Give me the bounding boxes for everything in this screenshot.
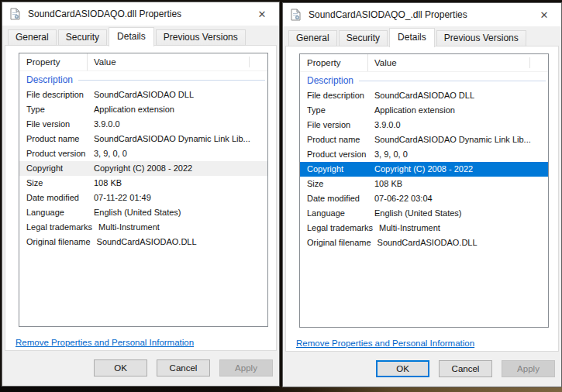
section-divider [78,80,265,81]
titlebar[interactable]: SoundCardASIODAQO.dll Properties ✕ [2,2,279,26]
property-name: Legal trademarks [300,221,373,236]
property-row[interactable]: Size108 KB [300,177,548,191]
property-value: Application extension [88,102,267,117]
section-header: Description [19,72,267,88]
properties-list: Property Value Description File descript… [19,53,268,327]
property-row[interactable]: Original filenameSoundCardASIODAO.DLL [19,235,267,249]
property-row[interactable]: Date modified07-11-22 01:49 [19,191,267,205]
property-value: Copyright (C) 2008 - 2022 [368,162,548,177]
property-value: SoundCardASIODAO.DLL [91,235,267,249]
close-icon: ✕ [540,10,549,20]
property-row[interactable]: CopyrightCopyright (C) 2008 - 2022 [19,161,267,176]
remove-properties-link[interactable]: Remove Properties and Personal Informati… [296,339,474,348]
close-button[interactable]: ✕ [527,3,561,26]
tab-bar: General Security Details Previous Versio… [283,26,561,46]
property-name: Type [300,103,368,118]
ok-button[interactable]: OK [94,359,147,377]
property-row[interactable]: Date modified07-06-22 03:04 [300,191,548,206]
property-name: File description [300,88,368,103]
property-row[interactable]: LanguageEnglish (United States) [19,205,267,220]
tab-bar: General Security Details Previous Versio… [2,26,279,46]
property-row[interactable]: TypeApplication extension [19,102,267,117]
property-row[interactable]: Size108 KB [19,176,267,191]
tab-previous-versions[interactable]: Previous Versions [156,29,246,46]
properties-dialog-left: SoundCardASIODAQO.dll Properties ✕ Gener… [2,2,280,387]
property-name: Product version [300,147,368,162]
property-row[interactable]: Legal trademarksMulti-Instrument [19,220,267,235]
property-row[interactable]: Product version3, 9, 0, 0 [19,146,267,161]
column-header-property[interactable]: Property [300,54,368,71]
property-name: Type [19,102,88,117]
property-row[interactable]: TypeApplication extension [300,103,548,118]
property-name: Size [300,177,368,191]
cancel-button[interactable]: Cancel [439,360,492,377]
property-value: English (United States) [88,205,267,220]
tab-details[interactable]: Details [389,28,435,47]
tab-security[interactable]: Security [339,30,388,46]
property-row[interactable]: File version3.9.0.0 [300,118,548,132]
property-value: 108 KB [88,176,267,191]
property-row[interactable]: CopyrightCopyright (C) 2008 - 2022 [300,162,548,177]
apply-button[interactable]: Apply [219,359,273,377]
property-name: Product name [19,132,88,146]
property-name: Product version [19,146,88,161]
property-value: SoundCardASIODAO.DLL [371,236,548,250]
properties-document-icon [289,9,302,21]
property-row[interactable]: Product nameSoundCardASIODAO Dynamic Lin… [300,132,548,147]
details-tab-page: Property Value Description File descript… [285,46,559,352]
property-row[interactable]: LanguageEnglish (United States) [300,206,548,221]
column-header-value[interactable]: Value [368,54,548,71]
properties-dialog-right: SoundCardASIODAQO_.dll Properties ✕ Gene… [282,2,562,387]
cancel-button[interactable]: Cancel [157,359,210,377]
column-header-value[interactable]: Value [88,53,267,70]
property-row[interactable]: Product nameSoundCardASIODAO Dynamic Lin… [19,132,267,146]
remove-properties-link[interactable]: Remove Properties and Personal Informati… [16,338,194,347]
property-value: SoundCardASIODAO DLL [88,88,267,102]
property-value: 108 KB [368,177,548,191]
property-row[interactable]: Original filenameSoundCardASIODAO.DLL [300,236,548,250]
ok-button[interactable]: OK [376,360,429,377]
list-header[interactable]: Property Value [300,54,548,72]
tab-general[interactable]: General [8,29,57,46]
button-bar: OK Cancel Apply [2,351,279,386]
section-header: Description [300,73,548,88]
list-header[interactable]: Property Value [19,53,267,71]
property-value: 3, 9, 0, 0 [368,147,548,162]
property-value: SoundCardASIODAO Dynamic Link Lib... [88,132,267,146]
close-button[interactable]: ✕ [245,2,279,26]
tab-general[interactable]: General [288,30,337,46]
property-name: Original filename [300,236,371,250]
property-name: Copyright [300,162,368,177]
property-name: File version [300,118,368,132]
property-value: Application extension [368,103,548,118]
property-value: 3, 9, 0, 0 [88,146,267,161]
tab-security[interactable]: Security [58,29,107,46]
property-value: Multi-Instrument [92,220,267,235]
section-divider [359,81,546,81]
property-value: SoundCardASIODAO DLL [368,88,548,103]
section-label: Description [19,74,73,85]
property-value: 3.9.0.0 [88,117,267,132]
tab-previous-versions[interactable]: Previous Versions [436,30,526,46]
titlebar[interactable]: SoundCardASIODAQO_.dll Properties ✕ [283,3,561,26]
property-name: Language [19,205,88,220]
property-value: SoundCardASIODAO Dynamic Link Lib... [368,132,548,147]
property-name: File version [19,117,88,132]
property-name: Original filename [19,235,91,249]
tab-details[interactable]: Details [109,27,154,46]
property-row[interactable]: Product version3, 9, 0, 0 [300,147,548,162]
property-row[interactable]: File version3.9.0.0 [19,117,267,132]
property-row[interactable]: File descriptionSoundCardASIODAO DLL [19,88,267,102]
property-row[interactable]: Legal trademarksMulti-Instrument [300,221,548,236]
window-title: SoundCardASIODAQO_.dll Properties [309,9,467,20]
button-bar: OK Cancel Apply [283,352,561,387]
column-header-property[interactable]: Property [19,53,88,70]
property-value: Multi-Instrument [373,221,548,236]
section-label: Description [300,75,353,86]
window-title: SoundCardASIODAQO.dll Properties [28,9,181,19]
list-body: File descriptionSoundCardASIODAO DLLType… [300,88,548,250]
property-row[interactable]: File descriptionSoundCardASIODAO DLL [300,88,548,103]
property-name: Language [300,206,368,221]
apply-button[interactable]: Apply [502,360,555,377]
property-value: 07-06-22 03:04 [368,191,548,206]
